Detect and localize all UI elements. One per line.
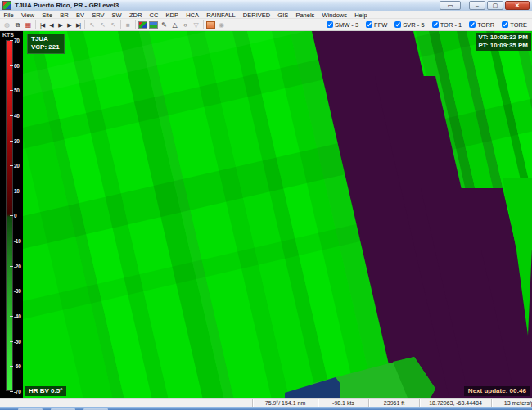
polygon-tool-icon[interactable]: ▽ (191, 20, 201, 30)
site-info-panel: TJUA VCP: 221 (27, 34, 65, 54)
smw-label: SMW - 3 (335, 21, 358, 29)
scale-tick: -70 (14, 389, 21, 394)
menu-zdr[interactable]: ZDR (125, 11, 146, 19)
resolution-cell: 13 meters/pixel (491, 399, 532, 407)
menu-bv[interactable]: BV (72, 11, 88, 19)
scale-ticks: 70 60 50 40 30 20 10 0 -10 -20 -30 -40 -… (13, 38, 21, 394)
step-back-button[interactable]: ◀ (47, 20, 56, 30)
scale-tick: 0 (14, 213, 16, 219)
titlebar-extra-button[interactable]: ▭ (440, 1, 461, 10)
time-panel: VT: 10:08:32 PM PT: 10:09:35 PM (476, 33, 531, 51)
site-map-icon[interactable]: ▦ (23, 20, 34, 30)
close-button[interactable]: ✕ (505, 1, 530, 10)
horizon-view-icon[interactable] (149, 21, 158, 29)
svr-checkbox[interactable] (394, 21, 401, 28)
minimize-button[interactable]: – (469, 1, 485, 10)
annotate-pen-icon[interactable]: ✎ (159, 20, 169, 30)
menu-sw[interactable]: SW (108, 11, 125, 19)
altitude-cell: 23961 ft (368, 399, 419, 407)
menu-hca[interactable]: HCA (183, 11, 203, 19)
zoom-out-cursor-icon[interactable]: ↖ (108, 20, 119, 30)
menu-rainfall[interactable]: RAINFALL (203, 11, 240, 19)
scale-tick: -10 (14, 238, 21, 244)
menu-gis[interactable]: GIS (274, 11, 292, 19)
menu-file[interactable]: File (0, 11, 17, 19)
menu-site[interactable]: Site (38, 11, 56, 19)
next-update-countdown: Next update: 00:46 (464, 386, 530, 396)
scale-tick: -50 (14, 339, 21, 345)
scale-tick: 70 (14, 38, 20, 43)
menu-windows[interactable]: Windows (318, 11, 351, 19)
toolbar-separator (120, 20, 121, 29)
menu-view[interactable]: View (17, 11, 38, 19)
svr-label: SVR - 5 (403, 21, 424, 29)
menu-srv[interactable]: SRV (88, 11, 108, 19)
radar-scene-layer (23, 31, 532, 398)
torr-label: TORR (477, 21, 494, 29)
radar-display[interactable]: TJUA VCP: 221 VT: 10:08:32 PM PT: 10:09:… (23, 31, 532, 398)
menu-kdp[interactable]: KDP (162, 11, 183, 19)
scale-tick: 30 (14, 138, 20, 144)
statusbar-spacer (0, 399, 252, 407)
zoom-cursor-icon[interactable]: ↖ (87, 20, 97, 30)
scale-unit-label: KTS (2, 32, 14, 38)
scale-tick: 20 (14, 163, 20, 169)
toolbar: ◍ ⧉ ▦ |◀ ◀ ▶ ▶ ▶| ↖ ↖ ↖ ■ ✎ △ ○ ▽ ◉ SMW … (0, 19, 532, 31)
menubar: File View Site BR BV SRV SW ZDR CC KDP H… (0, 11, 532, 19)
velocity-color-scale: KTS 70 60 50 40 30 20 10 0 -10 -20 -30 -… (0, 31, 23, 398)
circle-tool-icon[interactable]: ○ (180, 20, 191, 30)
placefile-icon[interactable] (206, 21, 215, 29)
tore-checkbox[interactable] (502, 21, 508, 28)
lat-lon-cell: 18.72063, -63.44484 (419, 399, 491, 407)
velocity-cell: -98.1 kts (318, 399, 368, 407)
vcp-label: VCP: 221 (31, 43, 60, 52)
titlebar[interactable]: TJUA Puerto Rico, PR - GRLevel3 ▭ – ▢ ✕ (0, 0, 532, 11)
play-button[interactable]: ▶ (56, 20, 65, 30)
radar-viewport: KTS 70 60 50 40 30 20 10 0 -10 -20 -30 -… (0, 31, 532, 398)
windows-taskbar[interactable] (0, 407, 532, 410)
tor-label: TOR - 1 (440, 21, 462, 29)
ffw-toggle[interactable]: FFW (366, 21, 387, 29)
stop-button[interactable]: ■ (123, 20, 133, 30)
smw-toggle[interactable]: SMW - 3 (327, 21, 358, 29)
menu-cc[interactable]: CC (146, 11, 162, 19)
tor-checkbox[interactable] (432, 21, 439, 28)
scale-tick: 40 (14, 113, 20, 119)
grlevel3-window: TJUA Puerto Rico, PR - GRLevel3 ▭ – ▢ ✕ … (0, 0, 532, 410)
menu-help[interactable]: Help (351, 11, 372, 19)
toolbar-separator (84, 20, 85, 29)
app-icon (2, 1, 11, 10)
tore-label: TORE (510, 21, 527, 29)
smw-checkbox[interactable] (327, 21, 333, 28)
menu-panels[interactable]: Panels (292, 11, 318, 19)
menu-derived[interactable]: DERIVED (239, 11, 274, 19)
zoom-in-cursor-icon[interactable]: ↖ (97, 20, 108, 30)
statusbar: 75.9°/ 154.1 nm -98.1 kts 23961 ft 18.72… (0, 398, 532, 407)
ffw-checkbox[interactable] (366, 21, 372, 28)
scale-tick: -60 (14, 363, 21, 369)
torr-checkbox[interactable] (469, 21, 476, 28)
tore-toggle[interactable]: TORE (502, 21, 527, 29)
toolbar-separator (203, 20, 204, 29)
step-forward-button[interactable]: ▶ (65, 20, 74, 30)
product-label: HR BV 0.5° (25, 386, 66, 396)
scale-tick: 60 (14, 63, 20, 69)
volume-time: VT: 10:08:32 PM (479, 34, 528, 42)
svr-toggle[interactable]: SVR - 5 (394, 21, 424, 29)
skip-first-button[interactable]: |◀ (38, 20, 47, 30)
ffw-label: FFW (374, 21, 387, 29)
copy-icon[interactable]: ⧉ (12, 20, 23, 30)
web-icon[interactable]: ◍ (2, 20, 12, 30)
scale-tick: 10 (14, 188, 20, 194)
maximize-button[interactable]: ▢ (487, 1, 503, 10)
radar-image-icon[interactable] (138, 21, 147, 29)
network-icon[interactable]: ◉ (216, 20, 227, 30)
window-title: TJUA Puerto Rico, PR - GRLevel3 (15, 2, 119, 9)
torr-toggle[interactable]: TORR (469, 21, 494, 29)
tor-toggle[interactable]: TOR - 1 (432, 21, 462, 29)
menu-br[interactable]: BR (56, 11, 73, 19)
triangle-tool-icon[interactable]: △ (169, 20, 180, 30)
toolbar-separator (35, 20, 36, 29)
site-id: TJUA (31, 35, 60, 43)
skip-last-button[interactable]: ▶| (74, 20, 83, 30)
